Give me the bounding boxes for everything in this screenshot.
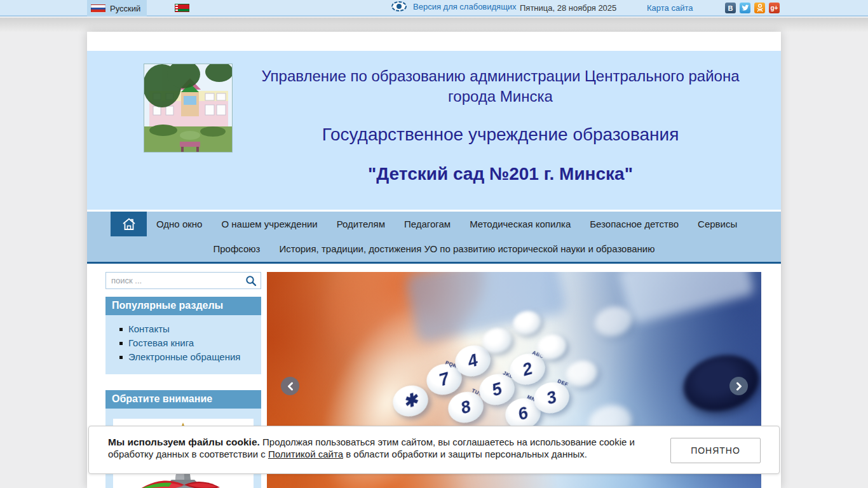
keypad-dark-button <box>677 348 761 419</box>
key-label: 4 <box>466 350 480 372</box>
accessibility-group: Версия для слабовидящих <box>391 1 517 12</box>
key-label: 6 <box>516 403 531 424</box>
sitemap-link[interactable]: Карта сайта <box>647 3 693 13</box>
nav-item-teachers[interactable]: Педагогам <box>395 219 460 229</box>
googleplus-icon[interactable]: g+ <box>769 3 780 13</box>
eye-icon <box>391 1 407 12</box>
site-policy-link[interactable]: Политикой сайта <box>268 449 343 459</box>
nav-item-one-window[interactable]: Одно окно <box>147 219 212 229</box>
department-title: Управление по образованию администрации … <box>245 66 756 107</box>
slider-photo-display2 <box>618 272 755 325</box>
vk-icon[interactable]: В <box>725 3 736 13</box>
key-label: 3 <box>545 387 559 409</box>
list-item: Гостевая книга <box>114 336 256 350</box>
nav-item-history[interactable]: История, традиции, достижения УО по разв… <box>269 243 664 254</box>
nav-item-union[interactable]: Профсоюз <box>204 243 270 254</box>
russian-flag-icon <box>91 4 105 13</box>
cookie-message-part2: в области обработки и защиты персональны… <box>343 449 587 459</box>
site-title: "Детский сад №201 г. Минска" <box>245 164 756 184</box>
link-guestbook[interactable]: Гостевая книга <box>128 337 194 348</box>
popular-sections-title: Популярные разделы <box>105 297 261 315</box>
cookie-consent-bar: Мы используем файлы cookie. Продолжая по… <box>88 426 780 474</box>
top-bar: Русский Версия для слабовидящих Пятница,… <box>0 0 868 17</box>
kindergarten-building-image <box>144 64 233 152</box>
home-icon <box>122 218 136 231</box>
twitter-icon[interactable] <box>740 3 750 13</box>
main-navigation: Одно окно О нашем учреждении Родителям П… <box>87 212 781 264</box>
kindergarten-photo-logo <box>144 64 233 152</box>
search-icon <box>245 275 257 287</box>
language-switch-russian[interactable]: Русский <box>87 0 147 17</box>
nav-item-services[interactable]: Сервисы <box>688 219 747 229</box>
list-item: Электронные обращения <box>114 350 256 364</box>
language-label: Русский <box>110 4 140 13</box>
page-content: Управление по образованию администрации … <box>87 32 781 488</box>
search-button[interactable] <box>241 273 261 288</box>
popular-sections-widget: Популярные разделы Контакты Гостевая кни… <box>105 297 261 374</box>
accessibility-version-link[interactable]: Версия для слабовидящих <box>413 2 517 11</box>
nav-item-safe-childhood[interactable]: Безопасное детство <box>580 219 688 229</box>
notice-title: Обратите внимание <box>105 390 261 409</box>
link-contacts[interactable]: Контакты <box>128 323 170 334</box>
social-icons: В g+ <box>725 3 780 13</box>
nav-item-about[interactable]: О нашем учреждении <box>212 219 327 229</box>
slider-next-button[interactable] <box>729 377 748 395</box>
popular-links-list: Контакты Гостевая книга Электронные обра… <box>114 322 256 364</box>
language-switch-belarusian[interactable] <box>175 4 189 14</box>
cookie-accept-button[interactable]: ПОНЯТНО <box>670 438 761 463</box>
belarusian-flag-icon <box>175 4 189 12</box>
key-label: 5 <box>490 379 505 400</box>
chevron-right-icon <box>735 382 743 391</box>
nav-item-methodical[interactable]: Методическая копилка <box>460 219 580 229</box>
current-date: Пятница, 28 ноября 2025 <box>520 3 616 13</box>
search-input[interactable] <box>106 273 241 288</box>
header-top-gap <box>87 32 781 51</box>
top-bar-inner: Русский Версия для слабовидящих Пятница,… <box>87 0 781 17</box>
nav-row-2: Профсоюз История, традиции, достижения У… <box>87 236 781 261</box>
institution-type-title: Государственное учреждение образования <box>245 125 756 145</box>
popular-sections-body: Контакты Гостевая книга Электронные обра… <box>105 315 261 374</box>
top-divider-band <box>0 18 868 32</box>
key-label: ✱ <box>401 390 421 413</box>
home-button[interactable] <box>111 212 147 236</box>
twitter-bird-icon <box>742 4 749 11</box>
nav-row-1: Одно окно О нашем учреждении Родителям П… <box>87 212 781 236</box>
nav-item-parents[interactable]: Родителям <box>327 219 395 229</box>
site-header: Управление по образованию администрации … <box>87 51 781 210</box>
search-box <box>105 272 261 289</box>
slider-prev-button[interactable] <box>281 377 299 395</box>
keypad-blurred-key <box>562 357 600 390</box>
header-titles: Управление по образованию администрации … <box>233 51 781 210</box>
chevron-left-icon <box>287 382 294 391</box>
link-electronic-appeals[interactable]: Электронные обращения <box>128 351 240 362</box>
key-label: 2 <box>520 358 535 380</box>
cookie-message: Мы используем файлы cookie. Продолжая по… <box>108 436 667 460</box>
odnoklassniki-icon[interactable] <box>754 3 765 13</box>
cookie-message-bold: Мы используем файлы cookie. <box>108 437 260 447</box>
list-item: Контакты <box>114 322 256 336</box>
key-label: 7 <box>437 369 452 390</box>
ok-person-icon <box>757 4 763 12</box>
key-label: 8 <box>459 396 473 418</box>
